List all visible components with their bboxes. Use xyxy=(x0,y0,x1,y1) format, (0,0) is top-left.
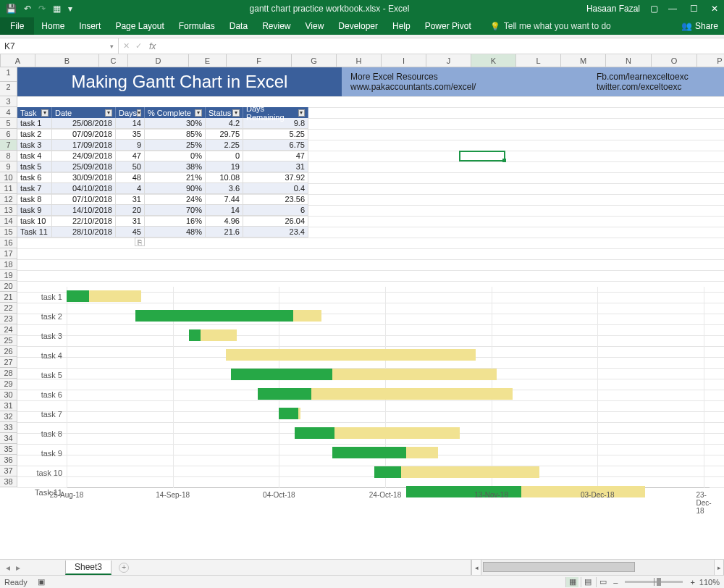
table-cell[interactable]: 90% xyxy=(145,183,206,194)
table-cell[interactable]: 6 xyxy=(243,205,308,216)
row-header[interactable]: 32 xyxy=(0,411,17,422)
table-cell[interactable]: 25/08/2018 xyxy=(52,118,116,129)
row-header[interactable]: 22 xyxy=(0,303,17,314)
row-header[interactable]: 24 xyxy=(0,324,17,335)
table-cell[interactable]: 04/10/2018 xyxy=(52,183,116,194)
row-header[interactable]: 4 xyxy=(0,107,17,118)
ribbon-tab-view[interactable]: View xyxy=(298,17,332,35)
row-header[interactable]: 1 xyxy=(0,67,17,82)
row-header[interactable]: 35 xyxy=(0,444,17,455)
row-header[interactable]: 12 xyxy=(0,194,17,205)
table-cell[interactable]: 30/09/2018 xyxy=(52,172,116,183)
filter-dropdown-icon[interactable]: ▾ xyxy=(41,109,49,117)
close-icon[interactable]: ✕ xyxy=(711,4,718,14)
table-row[interactable]: task 704/10/2018490%3.60.4 xyxy=(17,183,308,194)
filter-dropdown-icon[interactable]: ▾ xyxy=(105,109,112,117)
normal-view-icon[interactable]: ▦ xyxy=(565,577,578,587)
table-cell[interactable]: 50 xyxy=(116,161,145,172)
zoom-in-icon[interactable]: + xyxy=(690,578,694,587)
row-header[interactable]: 15 xyxy=(0,227,17,238)
table-cell[interactable]: task 10 xyxy=(17,216,52,227)
ribbon-tab-formulas[interactable]: Formulas xyxy=(172,17,222,35)
gantt-bar[interactable] xyxy=(67,290,141,302)
table-row[interactable]: task 207/09/20183585%29.755.25 xyxy=(17,129,308,140)
table-cell[interactable]: 23.4 xyxy=(243,227,308,238)
table-row[interactable]: task 525/09/20185038%1931 xyxy=(17,161,308,172)
gantt-bar[interactable] xyxy=(135,310,321,322)
table-cell[interactable]: 24/09/2018 xyxy=(52,151,116,161)
table-cell[interactable]: 16% xyxy=(145,216,206,227)
row-header[interactable]: 11 xyxy=(0,183,17,194)
horizontal-scrollbar[interactable]: ◂ ▸ xyxy=(471,560,724,575)
column-header[interactable]: O xyxy=(652,54,697,67)
table-cell[interactable]: 37.92 xyxy=(243,172,308,183)
row-header[interactable]: 28 xyxy=(0,368,17,379)
twitter-link[interactable]: twitter.com/exceltoexc xyxy=(597,82,681,92)
column-header[interactable]: B xyxy=(35,54,99,67)
filter-dropdown-icon[interactable]: ▾ xyxy=(195,109,202,117)
filter-dropdown-icon[interactable]: ▾ xyxy=(298,109,305,117)
sheet-nav[interactable]: ◂ ▸ xyxy=(0,563,65,573)
first-sheet-icon[interactable]: ◂ xyxy=(6,563,10,573)
table-cell[interactable]: 7.44 xyxy=(206,194,243,205)
user-name[interactable]: Hasaan Fazal xyxy=(586,4,640,14)
table-cell[interactable]: 5.25 xyxy=(243,129,308,140)
table-cell[interactable]: Task 11 xyxy=(17,227,52,238)
gantt-bar[interactable] xyxy=(189,329,237,341)
row-header[interactable]: 2 xyxy=(0,82,17,96)
gantt-bar[interactable] xyxy=(374,466,539,478)
scroll-left-icon[interactable]: ◂ xyxy=(471,560,481,575)
table-cell[interactable]: task 4 xyxy=(17,151,52,161)
formula-input[interactable] xyxy=(161,38,724,54)
table-cell[interactable]: 48% xyxy=(145,227,206,238)
column-header[interactable]: G xyxy=(292,54,337,67)
table-cell[interactable]: 4.96 xyxy=(206,216,243,227)
table-cell[interactable]: 31 xyxy=(116,194,145,205)
page-layout-icon[interactable]: ▤ xyxy=(581,577,594,587)
ribbon-tab-file[interactable]: File xyxy=(0,17,34,35)
table-cell[interactable]: 14/10/2018 xyxy=(52,205,116,216)
table-header[interactable]: Status▾ xyxy=(206,107,243,118)
row-header[interactable]: 6 xyxy=(0,129,17,140)
autofill-options-icon[interactable]: ⎘ xyxy=(135,238,145,246)
column-header[interactable]: J xyxy=(426,54,471,67)
worksheet-grid[interactable]: ABCDEFGHIJKLMNOP 12345678910111213141516… xyxy=(0,54,724,570)
table-row[interactable]: task 424/09/2018470%047 xyxy=(17,151,308,161)
column-header[interactable]: P xyxy=(697,54,724,67)
share-button[interactable]: 👥 Share xyxy=(681,21,718,31)
column-header[interactable]: M xyxy=(561,54,606,67)
table-cell[interactable]: task 6 xyxy=(17,172,52,183)
touch-mode-icon[interactable]: ▦ xyxy=(53,4,61,14)
name-box[interactable]: K7 xyxy=(0,38,119,54)
table-cell[interactable]: 14 xyxy=(206,205,243,216)
gantt-bar[interactable] xyxy=(295,427,459,439)
table-cell[interactable]: task 2 xyxy=(17,129,52,140)
table-cell[interactable]: task 5 xyxy=(17,161,52,172)
table-cell[interactable]: 30% xyxy=(145,118,206,129)
row-header[interactable]: 31 xyxy=(0,400,17,411)
add-sheet-icon[interactable]: + xyxy=(119,563,129,573)
ribbon-tab-power-pivot[interactable]: Power Pivot xyxy=(418,17,479,35)
column-header[interactable]: L xyxy=(516,54,561,67)
row-header[interactable]: 5 xyxy=(0,118,17,129)
table-header[interactable]: % Complete▾ xyxy=(145,107,206,118)
table-cell[interactable]: 29.75 xyxy=(206,129,243,140)
tell-me-search[interactable]: 💡 Tell me what you want to do xyxy=(483,17,618,35)
filter-dropdown-icon[interactable]: ▾ xyxy=(137,109,141,117)
table-cell[interactable]: task 1 xyxy=(17,118,52,129)
table-cell[interactable]: 31 xyxy=(243,161,308,172)
column-header[interactable]: D xyxy=(128,54,189,67)
last-sheet-icon[interactable]: ▸ xyxy=(16,563,20,573)
facebook-link[interactable]: Fb.com/learnexceltoexc xyxy=(597,72,689,82)
table-cell[interactable]: 9 xyxy=(116,140,145,151)
account-icon[interactable]: ▢ xyxy=(650,4,658,14)
table-cell[interactable]: 2.25 xyxy=(206,140,243,151)
fx-icon[interactable]: fx xyxy=(149,41,156,51)
table-cell[interactable]: task 8 xyxy=(17,194,52,205)
table-row[interactable]: task 630/09/20184821%10.0837.92 xyxy=(17,172,308,183)
scroll-right-icon[interactable]: ▸ xyxy=(714,560,724,575)
table-cell[interactable]: 3.6 xyxy=(206,183,243,194)
undo-icon[interactable]: ↶ xyxy=(24,4,31,14)
table-cell[interactable]: 14 xyxy=(116,118,145,129)
table-cell[interactable]: 47 xyxy=(116,151,145,161)
